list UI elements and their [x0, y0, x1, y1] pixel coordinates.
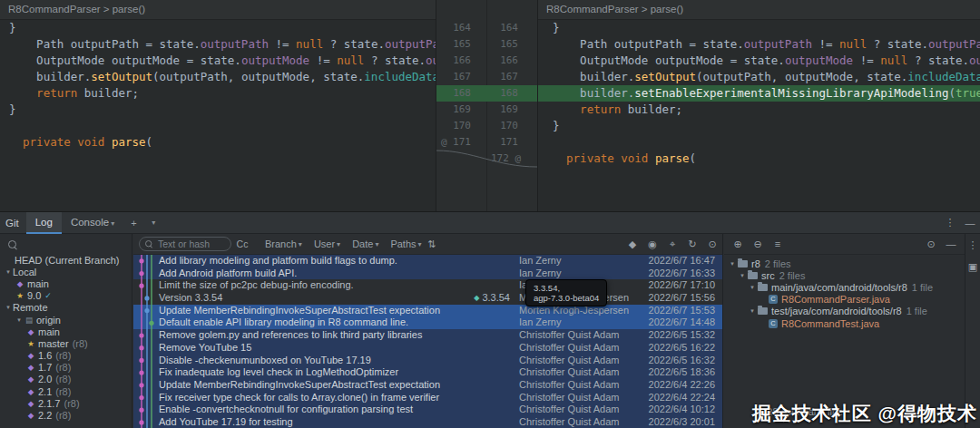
match-case-toggle[interactable]: Cc	[233, 236, 251, 252]
hide-icon: —	[946, 238, 956, 249]
commit-row[interactable]: Disable -checkenumunboxed on YouTube 17.…	[133, 355, 722, 367]
chevron-down-icon: ▾	[4, 268, 13, 276]
commit-date: 2022/6/7 15:56	[646, 292, 722, 305]
branch-tracking-label: (r8)	[73, 338, 88, 349]
filter-date[interactable]: Date▾	[352, 238, 378, 249]
commit-row[interactable]: Remove golem.py and references to link t…	[133, 329, 722, 342]
branch-item[interactable]: ▾▤origin	[0, 314, 132, 326]
branch-item[interactable]: ◆2.0(r8)	[0, 374, 132, 385]
expand-all-button[interactable]: ⊕	[730, 236, 746, 252]
sort-button[interactable]: ⇅	[424, 236, 440, 252]
refresh-button[interactable]: ↻	[684, 236, 701, 252]
file-label: R8CommandParser.java	[781, 294, 890, 305]
commit-row[interactable]: Fix inadequate log level check in LogMet…	[133, 366, 722, 379]
go-to-ref-button[interactable]: ◆	[624, 236, 641, 252]
tab-log[interactable]: Log	[26, 212, 62, 234]
gear-icon: ⊙	[926, 238, 935, 250]
line-number: 166	[438, 53, 471, 69]
branch-label: 2.1	[38, 386, 52, 397]
line-number: 164	[491, 20, 518, 36]
strip-more-button[interactable]: ⋮	[965, 237, 980, 253]
code-line: builder.setOutput(outputPath, outputMode…	[9, 69, 436, 85]
branch-item[interactable]: HEAD (Current Branch)	[0, 254, 132, 266]
tab-console[interactable]: Console ▾	[62, 212, 123, 234]
tree-row-file[interactable]: CR8CommandParser.java	[724, 294, 965, 306]
search-icon[interactable]	[8, 240, 18, 250]
commit-date: 2022/6/7 15:53	[646, 305, 722, 317]
filter-paths[interactable]: Paths▾	[390, 238, 421, 249]
tag-icon: ◆	[629, 238, 636, 250]
branch-icon: ◆	[15, 279, 25, 288]
preview-diff-button[interactable]: ◉	[644, 236, 661, 252]
chevron-down-icon: ▾	[337, 240, 340, 248]
code-editor-right[interactable]: } Path outputPath = state.outputPath != …	[538, 20, 980, 211]
branch-item[interactable]: ◆1.6(r8)	[0, 350, 132, 362]
commit-author: Ian Zerny	[519, 255, 646, 268]
tree-row-file[interactable]: CR8CommandTest.java	[724, 317, 965, 329]
filter-label: Date	[352, 238, 373, 249]
group-by-button[interactable]: ≡	[769, 236, 786, 252]
filter-user[interactable]: User▾	[314, 238, 340, 249]
tool-window-title: Git	[0, 218, 26, 229]
branch-icon: ◆	[25, 374, 36, 384]
branch-item[interactable]: ◆2.2(r8)	[0, 409, 132, 421]
branch-label: 1.6	[38, 350, 52, 361]
add-tab-button[interactable]: +	[125, 215, 142, 231]
more-icon: ⋮	[968, 239, 978, 251]
commit-row[interactable]: Fix receiver type check for calls to Arr…	[133, 392, 722, 404]
commit-row[interactable]: Version 3.3.54◆3.3.54Morten Krogh-Jesper…	[133, 292, 722, 305]
code-line: }	[9, 20, 436, 36]
branch-item[interactable]: ◆2.1(r8)	[0, 385, 132, 397]
tree-row-dir[interactable]: ▾main/java/com/android/tools/r81 file	[724, 281, 965, 293]
tab-list-button[interactable]: ▾	[145, 215, 162, 231]
commit-row[interactable]: Default enable API library modeling in R…	[133, 316, 722, 329]
commit-row[interactable]: Update MemberRebindingInvokeSuperAbstrac…	[133, 379, 722, 392]
code-line: return builder;	[553, 102, 980, 118]
commit-row[interactable]: Enable -convertchecknotnull for configur…	[133, 404, 722, 416]
collapse-all-button[interactable]: ⊖	[750, 236, 766, 252]
branch-icon: ◆	[25, 363, 36, 372]
commit-row[interactable]: Add Android platform build API.Ian Zerny…	[133, 268, 722, 280]
strip-layout-button[interactable]: ▣	[965, 258, 980, 275]
pin-button[interactable]: ⌖	[664, 236, 681, 252]
line-number: 167	[438, 69, 471, 85]
line-number: 165	[491, 36, 518, 53]
commit-message: Add library modeling and platform build …	[159, 255, 397, 268]
eye-icon: ◉	[648, 238, 657, 250]
tree-row-dir[interactable]: ▾src2 files	[724, 269, 965, 281]
tree-row-dir[interactable]: ▾r82 files	[724, 258, 965, 269]
chevron-down-icon: ▾	[375, 240, 378, 248]
commit-row[interactable]: Update MemberRebindingInvokeSuperAbstrac…	[133, 305, 722, 317]
commit-row[interactable]: Add library modeling and platform build …	[133, 255, 722, 268]
commit-row[interactable]: Remove YouTube 15Christoffer Quist Adam2…	[133, 342, 722, 355]
branch-item[interactable]: ▾Remote	[0, 302, 132, 314]
branch-label: origin	[36, 315, 61, 326]
commit-row[interactable]: Limit the size of pc2pc debug-info encod…	[133, 279, 722, 292]
commit-message: Update MemberRebindingInvokeSuperAbstrac…	[159, 305, 440, 317]
breadcrumb[interactable]: R8CommandParser > parse()	[538, 0, 980, 20]
commit-author: Christoffer Quist Adam	[519, 416, 646, 428]
file-count: 1 file	[912, 282, 933, 293]
branch-item[interactable]: ◆1.7(r8)	[0, 362, 132, 374]
branch-item[interactable]: ◆main	[0, 326, 132, 337]
filter-branch[interactable]: Branch▾	[265, 238, 302, 249]
details-hide-button[interactable]: —	[943, 236, 959, 252]
details-settings-button[interactable]: ⊙	[923, 236, 939, 252]
branch-item[interactable]: ★9.0✓	[0, 290, 132, 302]
tree-row-dir[interactable]: ▾test/java/com/android/tools/r81 file	[724, 306, 965, 317]
folder-icon	[758, 284, 768, 291]
breadcrumb[interactable]: R8CommandParser > parse()	[0, 0, 436, 20]
more-options-button[interactable]: ⋮	[942, 215, 958, 231]
branch-item[interactable]: ★master(r8)	[0, 337, 132, 349]
log-search-input[interactable]: Text or hash	[139, 237, 231, 251]
branch-item[interactable]: ◆2.1.7(r8)	[0, 397, 132, 409]
hide-tool-window-button[interactable]: —	[962, 215, 978, 231]
branch-tracking-label: (r8)	[55, 374, 71, 384]
branch-item[interactable]: ▾Local	[0, 266, 132, 277]
commit-row[interactable]: Add YouTube 17.19 for testingChristoffer…	[133, 416, 722, 428]
branch-label: 2.2	[38, 410, 52, 421]
chevron-down-icon: ▾	[4, 304, 13, 311]
code-editor-left[interactable]: } Path outputPath = state.outputPath != …	[0, 20, 436, 211]
log-settings-button[interactable]: ⊙	[704, 236, 720, 252]
branch-item[interactable]: ◆main	[0, 277, 132, 289]
